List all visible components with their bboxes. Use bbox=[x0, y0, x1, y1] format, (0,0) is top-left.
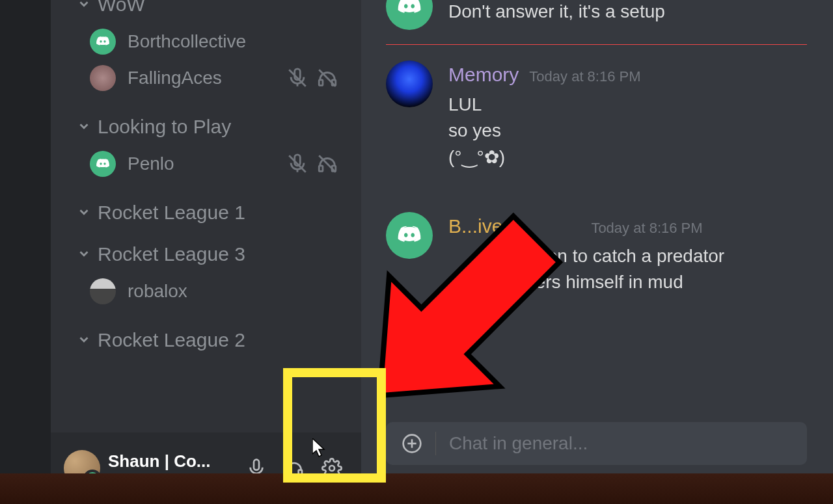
message-author: Memory bbox=[448, 60, 519, 89]
chat-input[interactable]: Chat in general... bbox=[386, 422, 807, 465]
message-text: Don't answer it, it's a setup bbox=[448, 0, 807, 25]
channel-label: Rocket League 1 bbox=[98, 202, 245, 224]
channel-label: Rocket League 3 bbox=[98, 243, 245, 265]
input-divider bbox=[435, 432, 436, 455]
channels-list: WoW Borthcollective FallingAces Looking … bbox=[51, 0, 361, 432]
chat-area: Don't answer it, it's a setup Memory Tod… bbox=[361, 0, 833, 504]
discord-avatar-icon bbox=[386, 0, 433, 30]
voice-channel-rl3[interactable]: Rocket League 3 bbox=[51, 243, 361, 265]
message-text: so yes bbox=[448, 118, 807, 144]
channel-label: WoW bbox=[98, 0, 145, 16]
plus-circle-icon bbox=[402, 433, 422, 454]
discord-avatar-icon bbox=[386, 212, 433, 259]
message-text: (°‿°✿) bbox=[448, 144, 807, 171]
voice-user[interactable]: Penlo bbox=[51, 146, 361, 182]
voice-user[interactable]: Borthcollective bbox=[51, 23, 361, 60]
voice-user-name: Penlo bbox=[128, 153, 275, 174]
user-avatar-icon bbox=[90, 278, 116, 304]
message[interactable]: B...ive Today at 8:16 PM k on to catch a… bbox=[386, 196, 807, 296]
footer-bar bbox=[0, 473, 833, 504]
message-timestamp: Today at 8:16 PM bbox=[529, 66, 640, 87]
user-avatar-icon bbox=[90, 65, 116, 91]
chevron-down-icon bbox=[77, 329, 91, 351]
deafened-icon bbox=[316, 153, 338, 175]
mic-muted-icon bbox=[286, 67, 308, 89]
message-timestamp: Today at 8:16 PM bbox=[591, 218, 702, 239]
channel-label: Rocket League 2 bbox=[98, 329, 245, 351]
deafened-icon bbox=[316, 67, 338, 89]
message[interactable]: Memory Today at 8:16 PM LUL so yes (°‿°✿… bbox=[386, 45, 807, 170]
svg-rect-5 bbox=[319, 166, 323, 172]
attach-button[interactable] bbox=[402, 422, 422, 465]
self-username: Shaun | Co... bbox=[108, 451, 230, 471]
user-avatar-icon bbox=[386, 60, 433, 107]
discord-avatar-icon bbox=[90, 151, 116, 177]
message-text: k on to catch a predator bbox=[448, 243, 807, 270]
chevron-down-icon bbox=[77, 0, 91, 16]
discord-avatar-icon bbox=[90, 29, 116, 55]
voice-user-name: robalox bbox=[128, 281, 348, 302]
voice-user[interactable]: robalox bbox=[51, 273, 361, 310]
messages-list[interactable]: Don't answer it, it's a setup Memory Tod… bbox=[361, 0, 833, 422]
chevron-down-icon bbox=[77, 116, 91, 138]
voice-channel-rl2[interactable]: Rocket League 2 bbox=[51, 329, 361, 351]
svg-point-10 bbox=[329, 466, 335, 471]
chevron-down-icon bbox=[77, 202, 91, 224]
chevron-down-icon bbox=[77, 243, 91, 265]
channel-sidebar: WoW Borthcollective FallingAces Looking … bbox=[51, 0, 361, 504]
message-text: covers himself in mud bbox=[448, 269, 807, 296]
voice-channel-rl1[interactable]: Rocket League 1 bbox=[51, 202, 361, 224]
voice-channel-wow[interactable]: WoW bbox=[51, 0, 361, 16]
channel-label: Looking to Play bbox=[98, 116, 231, 138]
message-text: LUL bbox=[448, 92, 807, 118]
voice-channel-looking-to-play[interactable]: Looking to Play bbox=[51, 116, 361, 138]
server-list-strip[interactable] bbox=[0, 0, 51, 504]
chat-input-placeholder: Chat in general... bbox=[449, 433, 588, 454]
voice-user-status-icons bbox=[286, 153, 348, 175]
voice-user-status-icons bbox=[286, 67, 348, 89]
mic-muted-icon bbox=[286, 153, 308, 175]
voice-user[interactable]: FallingAces bbox=[51, 60, 361, 96]
message[interactable]: Don't answer it, it's a setup bbox=[386, 0, 807, 30]
svg-rect-1 bbox=[319, 80, 323, 85]
voice-user-name: FallingAces bbox=[128, 68, 275, 88]
message-author: B...ive bbox=[448, 212, 502, 241]
voice-user-name: Borthcollective bbox=[128, 31, 348, 52]
